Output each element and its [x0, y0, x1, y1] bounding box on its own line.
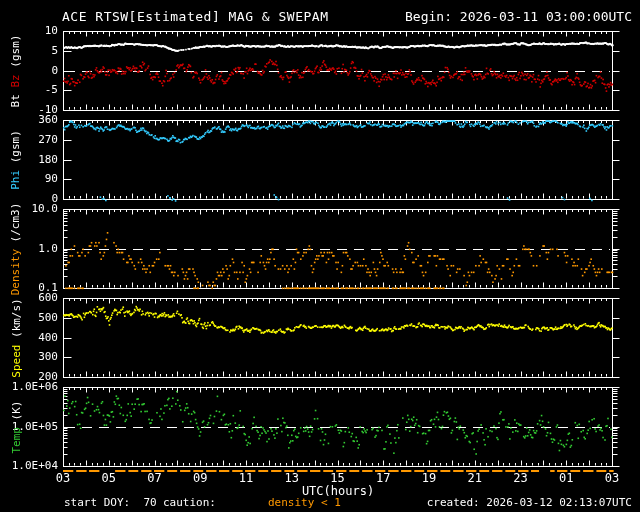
axis-label-part: Density	[9, 249, 22, 295]
axis-label-part: Bt	[9, 87, 22, 107]
begin-timestamp: Begin: 2026-03-11 03:00:00UTC	[405, 9, 632, 24]
x-tick-label: 01	[550, 471, 582, 485]
x-tick-label: 17	[367, 471, 399, 485]
x-tick-label: 09	[184, 471, 216, 485]
axis-label-part: (km/s)	[9, 298, 22, 344]
chart-canvas	[0, 0, 640, 512]
y-tick-label: 1.0E+06	[2, 381, 58, 393]
x-tick-label: 05	[93, 471, 125, 485]
axis-label-part: (/cm3)	[9, 202, 22, 248]
x-tick-label: 03	[47, 471, 79, 485]
x-tick-label: 15	[322, 471, 354, 485]
x-tick-label: 21	[459, 471, 491, 485]
axis-label-part: Bz	[9, 74, 22, 87]
ace-rtsw-plot: ACE RTSW[Estimated] MAG & SWEPAM Begin: …	[0, 0, 640, 512]
axis-label-part: (K)	[9, 400, 22, 427]
x-tick-label: 03	[596, 471, 628, 485]
axis-label-part: (gsm)	[9, 34, 22, 74]
created-timestamp: created: 2026-03-12 02:13:07UTC	[427, 496, 632, 509]
axis-label-density: Density (/cm3)	[10, 202, 22, 295]
axis-label-part: Temp	[9, 427, 22, 454]
axis-label-part: Speed	[9, 344, 22, 377]
caution-label: caution:	[163, 496, 216, 509]
x-tick-label: 11	[230, 471, 262, 485]
axis-label-mag: Bt Bz (gsm)	[10, 34, 22, 107]
axis-label-part: Phi	[9, 169, 22, 189]
x-tick-label: 23	[505, 471, 537, 485]
x-tick-label: 19	[413, 471, 445, 485]
x-tick-label: 13	[276, 471, 308, 485]
x-tick-label: 07	[139, 471, 171, 485]
axis-label-speed: Speed (km/s)	[10, 298, 22, 377]
axis-label-temp: Temp (K)	[10, 400, 22, 453]
start-doy-label: start DOY: 70	[64, 496, 157, 509]
plot-title: ACE RTSW[Estimated] MAG & SWEPAM	[62, 9, 328, 24]
axis-label-phi: Phi (gsm)	[10, 130, 22, 190]
axis-label-part: (gsm)	[9, 130, 22, 170]
caution-value: density < 1	[268, 496, 341, 509]
y-tick-label: 360	[2, 114, 58, 126]
